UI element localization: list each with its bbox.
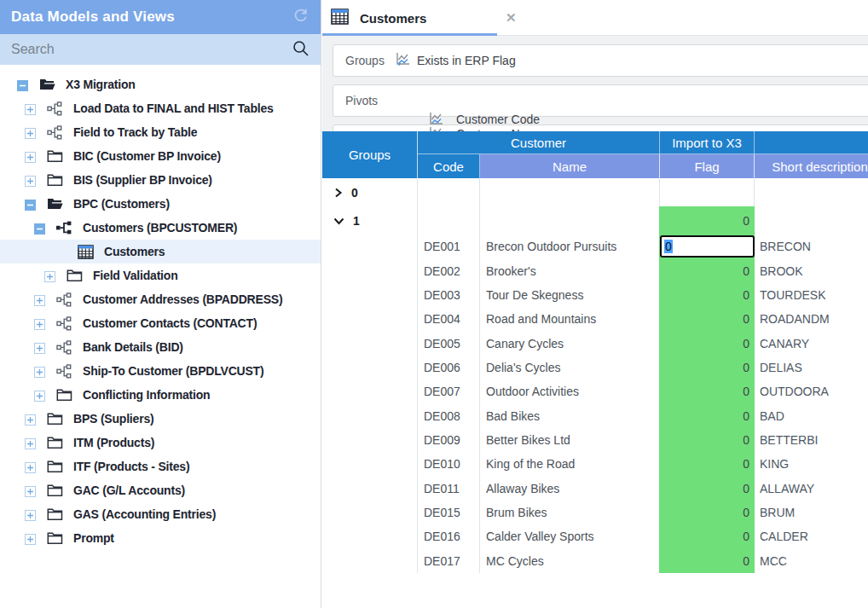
code-cell[interactable]: DE008: [418, 403, 480, 427]
minus-toggle-icon[interactable]: [25, 199, 36, 210]
sidebar-item-gas-accounting-entries[interactable]: GAS (Accounting Entries): [0, 502, 321, 526]
name-cell[interactable]: Brum Bikes: [480, 501, 660, 524]
name-cell[interactable]: Brooker's: [480, 258, 660, 282]
minus-toggle-icon[interactable]: [17, 79, 28, 90]
header-groups[interactable]: Groups: [322, 131, 418, 178]
pivots-drop-zone[interactable]: Pivots: [333, 84, 868, 117]
header-short-description[interactable]: Short description: [755, 154, 868, 178]
sidebar-item-field-validation[interactable]: Field Validation: [0, 263, 321, 287]
code-cell[interactable]: [418, 178, 480, 206]
refresh-icon[interactable]: [292, 6, 310, 28]
name-cell[interactable]: [480, 206, 660, 235]
sidebar-item-customer-addresses-bpaddress[interactable]: Customer Addresses (BPADDRESS): [0, 287, 321, 311]
sidebar-item-itm-products[interactable]: ITM (Products): [0, 431, 321, 455]
desc-cell[interactable]: BROOK: [755, 258, 868, 282]
flag-cell[interactable]: 0: [660, 331, 755, 355]
flag-cell[interactable]: 0: [660, 403, 755, 427]
flag-edit-input[interactable]: 0: [660, 235, 755, 258]
header-customer-group[interactable]: Customer: [418, 131, 660, 154]
name-cell[interactable]: MC Cycles: [480, 548, 660, 572]
flag-cell[interactable]: 0: [660, 524, 755, 548]
plus-toggle-icon[interactable]: [25, 461, 36, 472]
name-cell[interactable]: Brecon Outdoor Pursuits: [480, 235, 660, 258]
name-cell[interactable]: Canary Cycles: [480, 331, 660, 355]
desc-cell[interactable]: BRUM: [755, 501, 868, 524]
code-cell[interactable]: DE003: [418, 283, 480, 307]
desc-cell[interactable]: TOURDESK: [755, 283, 868, 307]
group-cell[interactable]: 0: [322, 178, 418, 206]
sidebar-item-conflicting-information[interactable]: Conflicting Information: [0, 383, 321, 407]
sidebar-item-bank-details-bid[interactable]: Bank Details (BID): [0, 335, 321, 359]
name-cell[interactable]: Road and Mountains: [480, 307, 660, 331]
flag-cell[interactable]: 0: [660, 283, 755, 307]
desc-cell[interactable]: BAD: [755, 403, 868, 427]
desc-cell[interactable]: ALLAWAY: [755, 476, 868, 500]
plus-toggle-icon[interactable]: [25, 175, 36, 186]
flag-cell[interactable]: 0: [660, 476, 755, 500]
desc-cell[interactable]: CALDER: [755, 524, 868, 548]
sidebar-item-x3-migration[interactable]: X3 Migration: [0, 72, 321, 96]
search-icon[interactable]: [292, 39, 310, 61]
code-cell[interactable]: DE004: [418, 307, 480, 331]
sidebar-item-gac-g-l-accounts[interactable]: GAC (G/L Accounts): [0, 478, 321, 502]
desc-cell[interactable]: KING: [755, 452, 868, 476]
flag-cell[interactable]: 0: [660, 452, 755, 476]
header-code[interactable]: Code: [418, 154, 480, 178]
sidebar-item-ship-to-customer-bpdlvcust[interactable]: Ship-To Customer (BPDLVCUST): [0, 359, 321, 383]
sidebar-item-bis-supplier-bp-invoice[interactable]: BIS (Supplier BP Invoice): [0, 168, 321, 192]
minus-toggle-icon[interactable]: [34, 223, 45, 234]
column-chip-customer-code[interactable]: Customer Code: [428, 112, 547, 126]
flag-aggregate-cell[interactable]: 0: [660, 206, 755, 235]
code-cell[interactable]: DE009: [418, 428, 480, 452]
code-cell[interactable]: DE006: [418, 356, 480, 379]
name-cell[interactable]: Bad Bikes: [480, 403, 660, 427]
sidebar-item-field-to-track-by-table[interactable]: Field to Track by Table: [0, 120, 321, 144]
code-cell[interactable]: DE015: [418, 501, 480, 524]
desc-cell[interactable]: [755, 206, 868, 235]
flag-cell[interactable]: 0: [660, 428, 755, 452]
desc-cell[interactable]: CANARY: [755, 331, 868, 355]
flag-cell[interactable]: 0: [660, 501, 755, 524]
flag-cell[interactable]: 0: [660, 379, 755, 403]
plus-toggle-icon[interactable]: [34, 366, 45, 377]
plus-toggle-icon[interactable]: [25, 509, 36, 520]
code-cell[interactable]: DE016: [418, 524, 480, 548]
plus-toggle-icon[interactable]: [34, 390, 45, 401]
flag-cell[interactable]: 0: [660, 356, 755, 379]
sidebar-item-load-data-to-final-and-hist-tables[interactable]: Load Data to FINAL and HIST Tables: [0, 96, 321, 120]
search-input[interactable]: [11, 42, 292, 57]
header-name[interactable]: Name: [480, 154, 660, 178]
close-icon[interactable]: ✕: [506, 0, 517, 36]
plus-toggle-icon[interactable]: [25, 533, 36, 544]
name-cell[interactable]: King of the Road: [480, 452, 660, 476]
desc-cell[interactable]: DELIAS: [755, 356, 868, 379]
name-cell[interactable]: Delia's Cycles: [480, 356, 660, 379]
header-import-to-x3-group[interactable]: Import to X3: [660, 131, 755, 154]
name-cell[interactable]: Tour De Skegness: [480, 283, 660, 307]
chevron-right-icon[interactable]: [333, 188, 343, 198]
tab-customers[interactable]: Customers: [322, 0, 497, 36]
desc-cell[interactable]: BRECON: [755, 235, 868, 258]
name-cell[interactable]: Outdoor Activities: [480, 379, 660, 403]
plus-toggle-icon[interactable]: [25, 103, 36, 114]
plus-toggle-icon[interactable]: [25, 485, 36, 496]
desc-cell[interactable]: MCC: [755, 548, 868, 572]
code-cell[interactable]: DE001: [418, 235, 480, 258]
flag-aggregate-cell[interactable]: [660, 178, 755, 206]
chevron-down-icon[interactable]: [333, 217, 344, 225]
desc-cell[interactable]: [755, 178, 868, 206]
code-cell[interactable]: DE010: [418, 452, 480, 476]
sidebar-item-itf-products-sites[interactable]: ITF (Products - Sites): [0, 455, 321, 478]
sidebar-item-bps-supliers[interactable]: BPS (Supliers): [0, 407, 321, 431]
sidebar-item-prompt[interactable]: Prompt: [0, 526, 321, 550]
code-cell[interactable]: DE017: [418, 548, 480, 572]
desc-cell[interactable]: BETTERBI: [755, 428, 868, 452]
code-cell[interactable]: DE011: [418, 476, 480, 500]
name-cell[interactable]: Better Bikes Ltd: [480, 428, 660, 452]
group-chip-exists-in-erp-flag[interactable]: Exists in ERP Flag: [395, 52, 516, 70]
flag-cell[interactable]: 0: [660, 548, 755, 572]
flag-cell[interactable]: 0: [660, 235, 755, 258]
sidebar-item-bpc-customers[interactable]: BPC (Customers): [0, 192, 321, 216]
sidebar-item-customers-bpcustomer[interactable]: Customers (BPCUSTOMER): [0, 216, 321, 240]
desc-cell[interactable]: OUTDOORA: [755, 379, 868, 403]
